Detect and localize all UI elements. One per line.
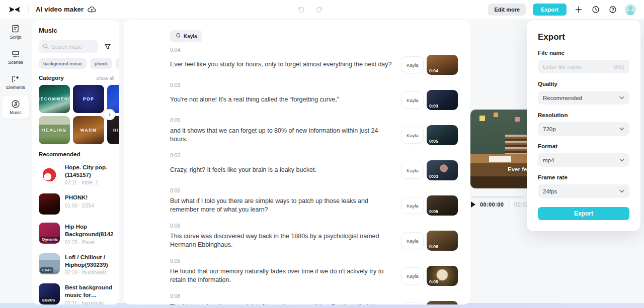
segment-thumbnail[interactable]: [427, 301, 458, 304]
category-tile[interactable]: WARM: [73, 116, 104, 144]
segment-timestamp: 0:03: [170, 152, 458, 158]
music-track-item[interactable]: Electro Best background music for corpor…: [39, 283, 114, 304]
speaker-header-chip[interactable]: Kayla: [170, 30, 202, 42]
resolution-value: 720p: [543, 126, 619, 132]
quality-select[interactable]: Recommended: [538, 91, 629, 105]
category-tile[interactable]: HEALING: [39, 116, 70, 144]
segment-speaker-chip[interactable]: Kayla: [401, 267, 424, 284]
frame-rate-label: Frame rate: [538, 174, 629, 180]
frame-rate-select[interactable]: 24fps: [538, 184, 629, 198]
segment-speaker-chip[interactable]: Kayla: [401, 162, 424, 179]
search-icon: [43, 42, 49, 51]
transcript-row: 0:05 and it shows that we can forget up …: [170, 117, 458, 145]
sidebar-item-label: Scenes: [8, 60, 23, 65]
segment-thumbnail[interactable]: 0:05: [427, 125, 458, 145]
segment-timestamp: 0:03: [170, 82, 458, 88]
left-sidebar: Script Scenes Elements Music: [0, 20, 31, 119]
file-name-field[interactable]: 0/50: [538, 60, 629, 73]
segment-text[interactable]: He found that our memory naturally fades…: [170, 267, 401, 285]
export-panel: Export File name 0/50 Quality Recommende…: [527, 20, 640, 231]
transcript-panel: Kayla 0:04 Ever feel like you study for …: [124, 20, 470, 304]
elements-icon: [11, 74, 20, 83]
history-clock-icon[interactable]: [591, 5, 601, 15]
segment-text[interactable]: The biggest drop happens right after we …: [170, 302, 401, 305]
sidebar-item-label: Elements: [6, 85, 25, 90]
music-panel: Music background musicphonkHip Category …: [32, 20, 119, 304]
topbar: AI video maker Edit more Export: [0, 0, 644, 19]
segment-timestamp: 0:08: [170, 293, 458, 299]
transcript-row: 0:03 You're not alone! It's a real thing…: [170, 82, 458, 110]
redo-icon[interactable]: [314, 5, 324, 15]
search-music-box[interactable]: [39, 40, 98, 53]
export-confirm-button[interactable]: Export: [538, 207, 629, 220]
add-icon[interactable]: [574, 5, 584, 15]
segment-text[interactable]: and it shows that we can forget up to 80…: [170, 127, 401, 144]
chevron-down-icon: [619, 158, 624, 162]
undo-icon[interactable]: [296, 5, 306, 15]
sidebar-item-music[interactable]: Music: [2, 95, 29, 119]
segment-timestamp: 0:05: [170, 187, 458, 193]
segment-thumbnail[interactable]: 0:03: [427, 160, 458, 180]
music-track-item[interactable]: PHONK! 01:00 · D254: [39, 193, 114, 215]
segment-thumbnail[interactable]: 0:06: [427, 231, 458, 251]
music-panel-title: Music: [39, 27, 119, 34]
track-meta: 02:34 · musabeats: [65, 270, 114, 275]
music-track-item[interactable]: Hope. City pop. (1145157) 02:11 · table_…: [39, 163, 114, 185]
segment-text[interactable]: Ever feel like you study for hours, only…: [170, 60, 401, 69]
segment-text[interactable]: This curve was discovered way back in th…: [170, 232, 401, 250]
segment-speaker-chip[interactable]: Kayla: [401, 91, 424, 109]
search-music-input[interactable]: [51, 44, 94, 50]
sidebar-item-script[interactable]: Script: [2, 20, 29, 43]
filter-icon[interactable]: [101, 40, 114, 53]
category-tile[interactable]: POP: [73, 85, 104, 113]
music-tag-chip[interactable]: Hip: [116, 58, 119, 69]
user-avatar[interactable]: [625, 4, 636, 15]
resolution-select[interactable]: 720p: [538, 122, 629, 136]
preview-scrubber[interactable]: [471, 196, 523, 198]
music-track-item[interactable]: Dynamic Hip Hop Background(8142... 01:25…: [39, 223, 114, 245]
segment-speaker-chip[interactable]: Kayla: [401, 127, 424, 144]
track-title: Lofi / Chillout / Hiphop(930239): [65, 254, 114, 268]
segment-text[interactable]: Crazy, right? It feels like your brain i…: [170, 166, 401, 175]
segment-speaker-chip[interactable]: Kayla: [401, 197, 424, 214]
segment-timestamp: 0:05: [170, 117, 458, 123]
time-separator: |: [508, 201, 510, 208]
track-title: PHONK!: [65, 194, 94, 201]
music-track-item[interactable]: Lo-Fi Lofi / Chillout / Hiphop(930239) 0…: [39, 253, 114, 275]
track-thumbnail: Lo-Fi: [39, 253, 60, 274]
capcut-logo-icon[interactable]: [8, 5, 21, 14]
segment-thumbnail[interactable]: 0:04: [427, 55, 458, 75]
segment-thumbnail[interactable]: 0:05: [427, 266, 458, 286]
cloud-sync-icon[interactable]: [88, 6, 96, 13]
segment-thumbnail[interactable]: 0:03: [427, 90, 458, 110]
segment-timestamp: 0:06: [170, 223, 458, 229]
category-next-icon[interactable]: ›: [104, 109, 115, 120]
format-select[interactable]: mp4: [538, 153, 629, 167]
track-genre-badge: Electro: [40, 297, 57, 303]
segment-thumbnail[interactable]: 0:05: [427, 195, 458, 216]
segment-text[interactable]: But what if I told you there are simple …: [170, 197, 401, 215]
play-icon[interactable]: [471, 201, 475, 208]
sidebar-item-scenes[interactable]: Scenes: [2, 45, 29, 68]
topbar-divider: [28, 6, 29, 14]
segment-speaker-chip[interactable]: Kayla: [401, 232, 424, 249]
track-thumbnail: [39, 163, 60, 184]
music-tag-chip[interactable]: phonk: [90, 58, 112, 69]
category-tile-label: RECOMMEND: [39, 96, 70, 102]
show-all-link[interactable]: Show all: [96, 75, 114, 81]
category-tile[interactable]: RECOMMEND: [39, 85, 70, 113]
category-tile[interactable]: HI TEM: [107, 116, 119, 144]
segment-timestamp: 0:05: [170, 258, 458, 264]
music-tag-chip[interactable]: background music: [39, 58, 87, 69]
segment-text[interactable]: You're not alone! It's a real thing call…: [170, 95, 401, 105]
script-icon: [11, 24, 20, 33]
track-title: Hip Hop Background(8142...: [65, 223, 114, 238]
segment-speaker-chip[interactable]: Kayla: [401, 56, 424, 73]
edit-more-button[interactable]: Edit more: [488, 4, 526, 16]
export-button-topbar[interactable]: Export: [533, 4, 567, 16]
segment-speaker-chip[interactable]: Kayla: [401, 302, 424, 304]
help-icon[interactable]: [608, 5, 618, 15]
file-name-input[interactable]: [543, 64, 614, 70]
current-time: 00:00:00: [480, 201, 504, 208]
sidebar-item-elements[interactable]: Elements: [2, 70, 29, 93]
